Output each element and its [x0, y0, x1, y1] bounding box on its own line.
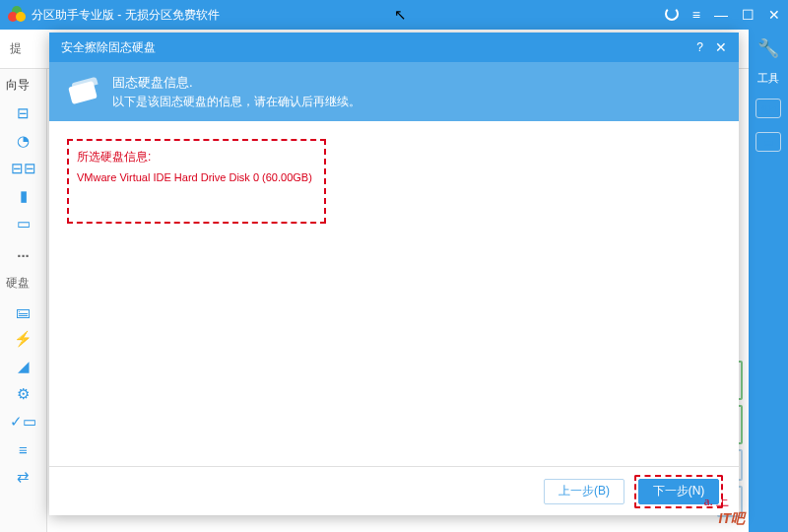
- pie-icon[interactable]: ◔: [12, 129, 35, 153]
- modal-header: 固态硬盘信息. 以下是该固态硬盘的信息，请在确认后再继续。: [49, 62, 739, 121]
- cursor-icon: ↖: [394, 6, 407, 24]
- sd-icon[interactable]: ▮: [12, 184, 35, 208]
- back-button[interactable]: 上一步(B): [544, 479, 624, 504]
- info-label: 所选硬盘信息:: [77, 149, 316, 166]
- modal-header-title: 固态硬盘信息.: [112, 74, 361, 92]
- hdd-icon[interactable]: 🖴: [12, 299, 35, 323]
- sidebar: 向导 ⊟ ◔ ⊟⊟ ▮ ▭ ... 硬盘 🖴 ⚡ ◢ ⚙ ✓▭ ≡ ⇄: [0, 69, 47, 532]
- sidebar-header-wizard: 向导: [0, 69, 46, 98]
- check-icon[interactable]: ✓▭: [12, 410, 35, 433]
- modal-footer: 上一步(B) 下一步(N): [49, 466, 739, 515]
- swap-icon[interactable]: ⇄: [12, 465, 35, 489]
- app-title: 分区助手专业版 - 无损分区免费软件: [32, 7, 665, 24]
- modal-header-subtitle: 以下是该固态硬盘的信息，请在确认后再继续。: [112, 94, 361, 110]
- info-value: VMware Virtual IDE Hard Drive Disk 0 (60…: [77, 171, 316, 183]
- modal-body: 所选硬盘信息: VMware Virtual IDE Hard Drive Di…: [49, 121, 739, 466]
- two-disk-icon[interactable]: ⊟⊟: [12, 157, 35, 180]
- window-controls: ≡ — ☐ ✕: [665, 7, 780, 24]
- device-icon[interactable]: ▭: [12, 212, 35, 235]
- wrench-icon[interactable]: 🔧: [757, 37, 779, 59]
- modal-title: 安全擦除固态硬盘: [61, 39, 696, 56]
- disk-info-box: 所选硬盘信息: VMware Virtual IDE Hard Drive Di…: [67, 139, 326, 224]
- bars-icon[interactable]: ≡: [12, 437, 35, 461]
- eraser-icon: [67, 76, 98, 107]
- sidebar-header-disk: 硬盘: [0, 267, 46, 296]
- modal-dialog: 安全擦除固态硬盘 ? ✕ 固态硬盘信息. 以下是该固态硬盘的信息，请在确认后再继…: [49, 33, 739, 515]
- disk-icon[interactable]: ⊟: [12, 101, 35, 125]
- refresh-icon[interactable]: [665, 7, 679, 24]
- annotation-text: a. 上: [704, 493, 729, 510]
- grid-view-button[interactable]: ▦◂: [755, 99, 781, 118]
- sub-toolbar-text: 提: [10, 40, 22, 57]
- tool-label: 工具: [757, 71, 779, 86]
- app-logo-icon: [8, 6, 26, 24]
- gear-icon[interactable]: ⚙: [12, 382, 35, 406]
- right-toolbar: 🔧 工具 ▦◂ ▭: [749, 30, 788, 532]
- modal-header-text: 固态硬盘信息. 以下是该固态硬盘的信息，请在确认后再继续。: [112, 74, 361, 110]
- more-icon[interactable]: ...: [12, 239, 35, 263]
- toolbar-button-2[interactable]: ▭: [755, 132, 781, 152]
- maximize-button[interactable]: ☐: [742, 7, 755, 24]
- modal-close-button[interactable]: ✕: [715, 39, 727, 55]
- watermark: IT吧: [719, 510, 745, 528]
- minimize-button[interactable]: —: [714, 7, 728, 24]
- close-button[interactable]: ✕: [768, 7, 780, 24]
- menu-button[interactable]: ≡: [692, 7, 700, 24]
- modal-titlebar: 安全擦除固态硬盘 ? ✕: [49, 33, 739, 62]
- flash-icon[interactable]: ⚡: [12, 327, 35, 351]
- help-icon[interactable]: ?: [696, 40, 703, 54]
- erase-icon[interactable]: ◢: [12, 355, 35, 378]
